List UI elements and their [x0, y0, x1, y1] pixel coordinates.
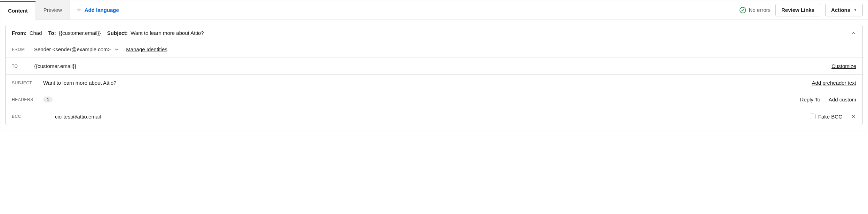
summary-from-value: Chad — [30, 30, 42, 36]
summary-from-label: From: — [12, 30, 27, 36]
error-status: No errors — [739, 7, 771, 14]
fake-bcc-checkbox[interactable]: Fake BCC — [810, 114, 842, 120]
error-status-label: No errors — [749, 7, 771, 13]
review-links-button[interactable]: Review Links — [775, 4, 820, 16]
add-language-button[interactable]: + Add language — [70, 0, 126, 20]
summary-text: From: Chad To: {{customer.email}} Subjec… — [12, 30, 204, 36]
subject-value: Want to learn more about Attio? — [43, 80, 116, 86]
right-actions: No errors Review Links Actions ▼ — [739, 4, 863, 16]
to-row: TO {{customer.email}} Customize — [6, 58, 862, 75]
from-row: FROM Sender <sender@example.com> Manage … — [6, 41, 862, 58]
plus-icon: + — [77, 7, 81, 14]
from-select[interactable]: Sender <sender@example.com> — [34, 46, 119, 52]
actions-label: Actions — [831, 7, 850, 13]
svg-point-0 — [740, 7, 745, 13]
reply-to-link[interactable]: Reply To — [800, 97, 820, 102]
add-custom-header-link[interactable]: Add custom — [829, 97, 856, 102]
actions-button[interactable]: Actions ▼ — [825, 4, 863, 16]
fake-bcc-input[interactable] — [810, 114, 815, 119]
headers-count-badge: 1 — [43, 97, 53, 102]
bcc-row: BCC cio-test@attio.email Fake BCC — [6, 108, 862, 125]
headers-label: HEADERS — [12, 97, 36, 102]
bcc-value: cio-test@attio.email — [55, 114, 101, 120]
summary-subject-value: Want to learn more about Attio? — [131, 30, 204, 36]
subject-row: SUBJECT Want to learn more about Attio? … — [6, 75, 862, 91]
chevron-down-icon — [114, 47, 119, 52]
from-label: FROM — [12, 47, 27, 52]
summary-row[interactable]: From: Chad To: {{customer.email}} Subjec… — [6, 25, 862, 41]
tab-content[interactable]: Content — [0, 1, 36, 20]
manage-identities-link[interactable]: Manage Identities — [126, 46, 167, 52]
top-bar: Content Preview + Add language No errors… — [0, 0, 868, 20]
email-composer-panel: Content Preview + Add language No errors… — [0, 0, 868, 130]
tabs-group: Content Preview + Add language — [0, 0, 126, 20]
summary-to-label: To: — [48, 30, 56, 36]
from-value: Sender <sender@example.com> — [34, 46, 111, 52]
to-value: {{customer.email}} — [34, 63, 76, 69]
subject-label: SUBJECT — [12, 81, 36, 85]
summary-subject-label: Subject: — [107, 30, 128, 36]
summary-to-value: {{customer.email}} — [59, 30, 101, 36]
tab-preview[interactable]: Preview — [36, 0, 70, 20]
add-language-label: Add language — [85, 7, 119, 13]
bcc-label: BCC — [12, 114, 27, 119]
customize-to-link[interactable]: Customize — [831, 63, 856, 69]
add-preheader-link[interactable]: Add preheader text — [812, 80, 856, 86]
headers-row: HEADERS 1 Reply To Add custom — [6, 91, 862, 108]
chevron-up-icon[interactable] — [851, 30, 856, 36]
close-icon[interactable] — [851, 114, 856, 119]
check-circle-icon — [739, 7, 746, 14]
fake-bcc-label: Fake BCC — [818, 114, 842, 120]
caret-down-icon: ▼ — [854, 8, 857, 12]
email-fields-panel: From: Chad To: {{customer.email}} Subjec… — [5, 25, 863, 125]
to-label: TO — [12, 64, 27, 69]
